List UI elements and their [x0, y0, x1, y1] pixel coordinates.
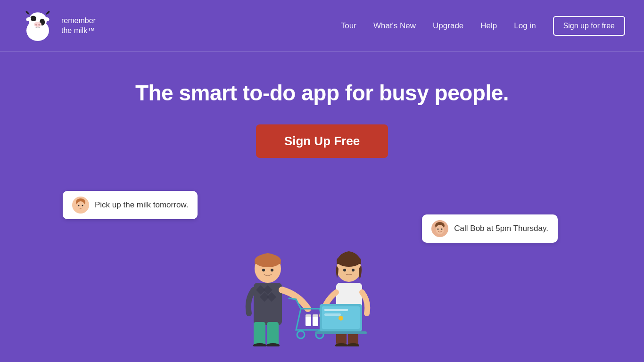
logo-text: remember the milk™ [61, 16, 96, 36]
svg-point-44 [352, 269, 355, 272]
svg-rect-50 [315, 331, 367, 334]
bubble-left-text: Pick up the milk tomorrow. [95, 200, 188, 210]
svg-point-43 [343, 269, 346, 272]
nav-login[interactable]: Log in [514, 21, 536, 31]
main-content: The smart to-do app for busy people. Sig… [0, 52, 644, 346]
svg-rect-35 [313, 314, 318, 317]
svg-rect-47 [324, 309, 348, 311]
cow-logo-icon [19, 7, 57, 45]
svg-point-8 [34, 22, 41, 27]
nav-signup-button[interactable]: Sign up for free [553, 16, 625, 36]
characters-illustration [181, 196, 463, 346]
svg-point-14 [78, 205, 80, 206]
svg-point-6 [33, 18, 36, 21]
main-signup-button[interactable]: Sign Up Free [256, 124, 388, 158]
svg-rect-34 [313, 316, 318, 326]
svg-rect-22 [254, 322, 265, 346]
svg-point-29 [271, 269, 273, 272]
svg-point-7 [41, 18, 43, 21]
svg-rect-23 [267, 322, 279, 346]
logo-link[interactable]: remember the milk™ [19, 7, 96, 45]
svg-rect-32 [305, 316, 311, 326]
bubble-right-text: Call Bob at 5pm Thursday. [454, 224, 548, 233]
svg-point-49 [339, 316, 343, 321]
svg-point-28 [262, 269, 265, 272]
nav-whats-new[interactable]: What's New [373, 21, 416, 31]
bubble-left: Pick up the milk tomorrow. [63, 191, 198, 219]
nav-tour[interactable]: Tour [341, 21, 356, 31]
svg-point-10 [38, 24, 40, 25]
svg-point-13 [76, 201, 85, 211]
svg-point-15 [82, 205, 83, 206]
main-nav: Tour What's New Upgrade Help Log in Sign… [341, 16, 625, 36]
site-header: remember the milk™ Tour What's New Upgra… [0, 0, 644, 52]
illustration-area: Pick up the milk tomorrow. Ca [39, 186, 605, 346]
avatar-male [72, 197, 89, 214]
svg-point-9 [35, 24, 37, 25]
svg-rect-48 [324, 313, 341, 316]
nav-help[interactable]: Help [480, 21, 497, 31]
main-headline: The smart to-do app for busy people. [135, 80, 509, 106]
svg-point-30 [297, 331, 305, 338]
nav-upgrade[interactable]: Upgrade [433, 21, 463, 31]
svg-rect-33 [305, 314, 311, 317]
